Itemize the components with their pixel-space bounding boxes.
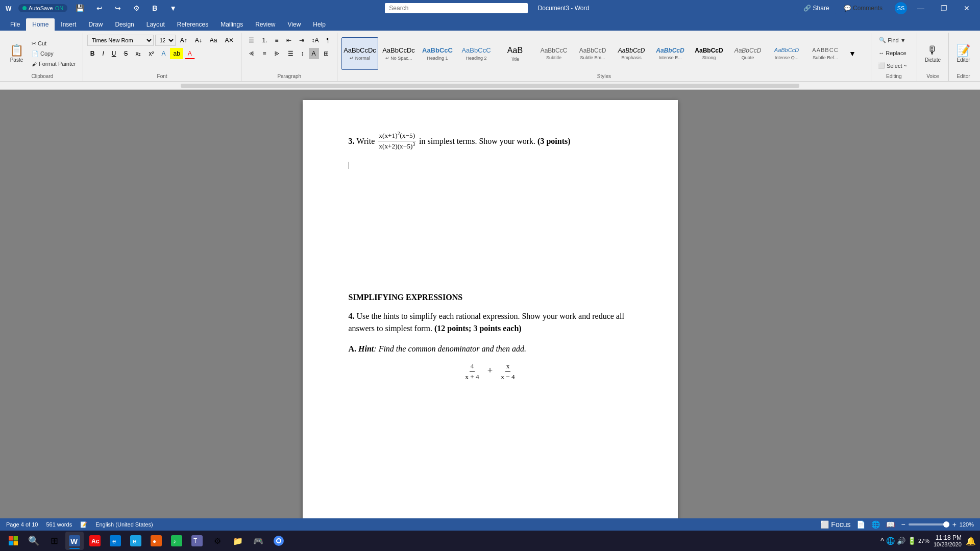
bold-button[interactable]: B bbox=[87, 48, 98, 59]
style-intense-quote[interactable]: AaBbCcD Intense Q... bbox=[768, 37, 805, 70]
style-quote[interactable]: AaBbCcD Quote bbox=[729, 37, 766, 70]
explorer-taskbar-app[interactable]: 📁 bbox=[229, 532, 247, 550]
tab-design[interactable]: Design bbox=[109, 18, 140, 31]
shrink-font-button[interactable]: A↓ bbox=[192, 35, 205, 46]
task-view-button[interactable]: ⊞ bbox=[45, 532, 63, 550]
italic-button[interactable]: I bbox=[99, 48, 107, 59]
show-formatting-button[interactable]: ¶ bbox=[324, 35, 333, 46]
zoom-out-button[interactable]: − bbox=[900, 519, 906, 530]
style-heading2[interactable]: AaBbCcC Heading 2 bbox=[458, 37, 495, 70]
style-emphasis[interactable]: AaBbCcD Emphasis bbox=[613, 37, 650, 70]
zoom-slider[interactable] bbox=[909, 523, 949, 525]
restore-button[interactable]: ❐ bbox=[935, 2, 953, 14]
network-icon[interactable]: 🌐 bbox=[886, 537, 895, 545]
borders-button[interactable]: ⊞ bbox=[321, 48, 332, 59]
tab-layout[interactable]: Layout bbox=[140, 18, 171, 31]
search-taskbar-button[interactable]: 🔍 bbox=[24, 532, 43, 550]
steam-taskbar-app[interactable]: 🎮 bbox=[249, 532, 267, 550]
style-title[interactable]: AaB Title bbox=[497, 37, 533, 70]
outlook-taskbar-app[interactable]: ● bbox=[147, 532, 165, 550]
customize-quick-button[interactable]: ▼ bbox=[165, 2, 181, 14]
clock[interactable]: 11:18 PM 10/28/2020 bbox=[934, 534, 962, 547]
tab-view[interactable]: View bbox=[282, 18, 307, 31]
word-taskbar-app[interactable]: W bbox=[65, 532, 84, 550]
tab-insert[interactable]: Insert bbox=[55, 18, 82, 31]
superscript-button[interactable]: x² bbox=[145, 48, 157, 59]
style-subtitle[interactable]: AaBbCcC Subtitle bbox=[535, 37, 572, 70]
chrome-taskbar-app[interactable] bbox=[270, 532, 288, 550]
tab-review[interactable]: Review bbox=[249, 18, 281, 31]
justify-button[interactable]: ☰ bbox=[285, 48, 297, 59]
style-no-spacing[interactable]: AaBbCcDc ↵ No Spac... bbox=[380, 37, 417, 70]
share-button[interactable]: 🔗 Share bbox=[797, 2, 835, 14]
read-mode-button[interactable]: 📖 bbox=[885, 519, 896, 530]
increase-indent-button[interactable]: ⇥ bbox=[296, 35, 307, 46]
tab-draw[interactable]: Draw bbox=[82, 18, 109, 31]
decrease-indent-button[interactable]: ⇤ bbox=[283, 35, 295, 46]
word-icon[interactable]: W bbox=[4, 3, 14, 13]
align-left-button[interactable]: ⫷ bbox=[246, 48, 258, 59]
notification-icon[interactable]: 🔔 bbox=[966, 536, 976, 546]
work-area-3[interactable] bbox=[349, 160, 632, 293]
bold-quick-button[interactable]: B bbox=[148, 2, 161, 14]
zoom-in-button[interactable]: + bbox=[951, 519, 958, 530]
line-spacing-button[interactable]: ↕ bbox=[298, 48, 307, 59]
autosave-indicator[interactable]: AutoSave ON bbox=[18, 4, 67, 12]
volume-icon[interactable]: 🔊 bbox=[897, 537, 905, 545]
zoom-level[interactable]: 120% bbox=[960, 521, 974, 528]
font-color-button[interactable]: A bbox=[185, 48, 195, 59]
dictate-button[interactable]: 🎙 Dictate bbox=[921, 38, 944, 69]
word-count[interactable]: 561 words bbox=[46, 521, 72, 528]
align-right-button[interactable]: ⫸ bbox=[271, 48, 283, 59]
style-heading1[interactable]: AaBbCcC Heading 1 bbox=[419, 37, 456, 70]
redo-button[interactable]: ↪ bbox=[111, 2, 125, 14]
battery-icon[interactable]: 🔋 bbox=[908, 537, 916, 545]
comments-button[interactable]: 💬 Comments bbox=[840, 2, 887, 14]
spotify-taskbar-app[interactable]: ♪ bbox=[167, 532, 186, 550]
undo-button[interactable]: ↩ bbox=[92, 2, 107, 14]
strikethrough-button[interactable]: S bbox=[120, 48, 131, 59]
grow-font-button[interactable]: A↑ bbox=[177, 35, 190, 46]
close-button[interactable]: ✕ bbox=[958, 2, 976, 14]
styles-more-button[interactable]: ▼ bbox=[846, 48, 859, 59]
underline-button[interactable]: U bbox=[109, 48, 119, 59]
user-avatar[interactable]: SS bbox=[895, 2, 907, 14]
style-subtle-em[interactable]: AaBbCcD Subtle Em... bbox=[574, 37, 611, 70]
editor-button[interactable]: 📝 Editor bbox=[953, 38, 974, 69]
align-center-button[interactable]: ≡ bbox=[259, 48, 269, 59]
paste-button[interactable]: 📋 Paste bbox=[6, 38, 27, 69]
format-painter-button[interactable]: 🖌 Format Painter bbox=[29, 59, 79, 68]
style-intense-em[interactable]: AaBbCcD Intense E... bbox=[652, 37, 689, 70]
multilevel-button[interactable]: ≡ bbox=[272, 35, 282, 46]
tray-arrow[interactable]: ^ bbox=[880, 537, 884, 545]
select-button[interactable]: ⬜ Select ~ bbox=[875, 61, 910, 70]
text-effects-button[interactable]: A bbox=[158, 48, 168, 59]
shading-button[interactable]: A bbox=[309, 48, 319, 59]
highlight-button[interactable]: ab bbox=[170, 48, 183, 59]
minimize-button[interactable]: — bbox=[911, 2, 930, 14]
tab-home[interactable]: Home bbox=[26, 18, 55, 31]
font-size-select[interactable]: 12 bbox=[155, 35, 176, 46]
clear-format-button[interactable]: A✕ bbox=[222, 35, 237, 46]
copy-button[interactable]: 📄 Copy bbox=[29, 49, 79, 58]
font-name-select[interactable]: Times New Rom bbox=[87, 35, 154, 46]
numbering-button[interactable]: 1. bbox=[259, 35, 270, 46]
web-layout-button[interactable]: 🌐 bbox=[870, 519, 881, 530]
tab-references[interactable]: References bbox=[171, 18, 214, 31]
teams-taskbar-app[interactable]: T bbox=[188, 532, 206, 550]
acrobat-taskbar-app[interactable]: Ac bbox=[86, 532, 104, 550]
subscript-button[interactable]: x₂ bbox=[132, 48, 144, 59]
style-strong[interactable]: AaBbCcD Strong bbox=[691, 37, 727, 70]
tab-help[interactable]: Help bbox=[307, 18, 332, 31]
style-subtle-ref[interactable]: AABBCC Subtle Ref... bbox=[807, 37, 844, 70]
sort-button[interactable]: ↕A bbox=[309, 35, 322, 46]
settings-taskbar-app[interactable]: ⚙ bbox=[208, 532, 227, 550]
find-button[interactable]: 🔍 Find ▼ bbox=[876, 36, 908, 45]
document-page[interactable]: 3. Write x(x+1)2(x−5) x(x+2)(x−5)3 in si… bbox=[303, 100, 678, 518]
tab-mailings[interactable]: Mailings bbox=[214, 18, 249, 31]
save-button[interactable]: 💾 bbox=[71, 2, 88, 14]
style-normal[interactable]: AaBbCcDc ↵ Normal bbox=[341, 37, 378, 70]
edge-taskbar-app[interactable]: e bbox=[106, 532, 125, 550]
print-layout-button[interactable]: 📄 bbox=[855, 519, 866, 530]
tab-file[interactable]: File bbox=[4, 18, 26, 31]
